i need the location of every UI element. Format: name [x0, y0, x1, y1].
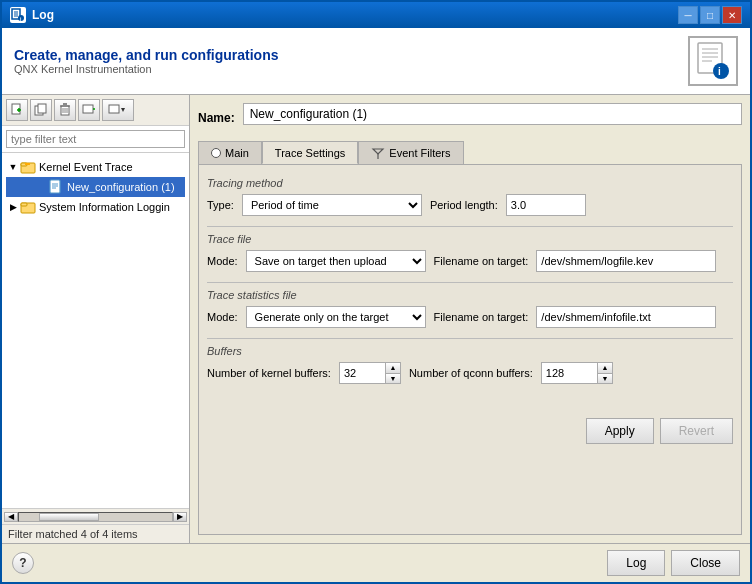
- tree-item-new-config[interactable]: New_configuration (1): [6, 177, 185, 197]
- buffers-title: Buffers: [207, 345, 733, 357]
- dropdown-button[interactable]: [102, 99, 134, 121]
- tracing-method-title: Tracing method: [207, 177, 733, 189]
- svg-rect-36: [21, 203, 27, 206]
- main-content: ▼ Kernel Event Trace: [2, 95, 750, 543]
- kernel-buffers-up[interactable]: ▲: [386, 363, 400, 374]
- new-config-button[interactable]: [6, 99, 28, 121]
- qconn-buffers-up[interactable]: ▲: [598, 363, 612, 374]
- maximize-button[interactable]: □: [700, 6, 720, 24]
- main-window: i Log ─ □ ✕ Create, manage, and run conf…: [0, 0, 752, 584]
- tabs: Main Trace Settings Event Filters: [198, 141, 742, 164]
- bottom-right: Log Close: [607, 550, 740, 576]
- kernel-buffers-arrows: ▲ ▼: [385, 363, 400, 383]
- stats-mode-select[interactable]: Generate only on the target: [246, 306, 426, 328]
- tree-item-system-label: System Information Loggin: [39, 201, 170, 213]
- svg-marker-27: [121, 108, 125, 112]
- window-title: Log: [32, 8, 54, 22]
- system-icon: [20, 199, 36, 215]
- action-buttons: Apply Revert: [207, 414, 733, 446]
- expand-icon-sys: ▶: [6, 200, 20, 214]
- svg-rect-26: [109, 105, 119, 113]
- divider-2: [207, 282, 733, 283]
- right-panel: Name: Main Trace Settings Event Filters: [190, 95, 750, 543]
- tree-item-label: Kernel Event Trace: [39, 161, 133, 173]
- scroll-right[interactable]: ▶: [173, 512, 187, 522]
- svg-rect-24: [83, 105, 93, 113]
- title-controls: ─ □ ✕: [678, 6, 742, 24]
- trace-filename-input[interactable]: [536, 250, 716, 272]
- title-bar: i Log ─ □ ✕: [2, 2, 750, 28]
- qconn-buffers-spinner: ▲ ▼: [541, 362, 613, 384]
- trace-file-section: Trace file Mode: Save on target then upl…: [207, 233, 733, 272]
- apply-button[interactable]: Apply: [586, 418, 654, 444]
- name-input[interactable]: [243, 103, 742, 125]
- tree-item-config-label: New_configuration (1): [67, 181, 175, 193]
- scroll-left[interactable]: ◀: [4, 512, 18, 522]
- main-tab-radio: [211, 148, 221, 158]
- svg-rect-17: [38, 104, 46, 113]
- log-button[interactable]: Log: [607, 550, 665, 576]
- filter-button[interactable]: [78, 99, 100, 121]
- scroll-thumb[interactable]: [39, 513, 99, 521]
- scroll-track[interactable]: [18, 512, 173, 522]
- svg-marker-37: [373, 149, 383, 154]
- tab-event-filters[interactable]: Event Filters: [358, 141, 463, 164]
- type-select[interactable]: Period of time: [242, 194, 422, 216]
- qconn-buffers-input[interactable]: [542, 363, 597, 383]
- trace-filename-label: Filename on target:: [434, 255, 529, 267]
- kernel-buffers-label: Number of kernel buffers:: [207, 367, 331, 379]
- type-label: Type:: [207, 199, 234, 211]
- trace-mode-label: Mode:: [207, 255, 238, 267]
- title-bar-left: i Log: [10, 7, 54, 23]
- kernel-buffers-spinner: ▲ ▼: [339, 362, 401, 384]
- close-button[interactable]: Close: [671, 550, 740, 576]
- tree-area: ▼ Kernel Event Trace: [2, 153, 189, 508]
- svg-rect-30: [25, 163, 30, 165]
- tree-item-system-info[interactable]: ▶ System Information Loggin: [6, 197, 185, 217]
- tab-event-filters-label: Event Filters: [389, 147, 450, 159]
- scroll-bar[interactable]: ◀ ▶: [2, 508, 189, 524]
- qconn-buffers-arrows: ▲ ▼: [597, 363, 612, 383]
- qconn-buffers-label: Number of qconn buffers:: [409, 367, 533, 379]
- trace-mode-select[interactable]: Save on target then upload: [246, 250, 426, 272]
- header-area: Create, manage, and run configurations Q…: [2, 28, 750, 95]
- window-icon: i: [10, 7, 26, 23]
- filter-input[interactable]: [6, 130, 185, 148]
- expand-icon: ▼: [6, 160, 20, 174]
- copy-config-button[interactable]: [30, 99, 52, 121]
- filter-status: Filter matched 4 of 4 items: [2, 524, 189, 543]
- filter-box: [2, 126, 189, 153]
- tree-item-kernel-event-trace[interactable]: ▼ Kernel Event Trace: [6, 157, 185, 177]
- svg-text:i: i: [718, 66, 721, 77]
- kernel-buffers-input[interactable]: [340, 363, 385, 383]
- stats-filename-input[interactable]: [536, 306, 716, 328]
- trace-stats-section: Trace statistics file Mode: Generate onl…: [207, 289, 733, 328]
- stats-mode-label: Mode:: [207, 311, 238, 323]
- window-close-button[interactable]: ✕: [722, 6, 742, 24]
- divider-3: [207, 338, 733, 339]
- trace-file-title: Trace file: [207, 233, 733, 245]
- buffers-row: Number of kernel buffers: ▲ ▼ Number of …: [207, 362, 733, 384]
- divider-1: [207, 226, 733, 227]
- trace-settings-label: Trace Settings: [275, 147, 346, 159]
- bottom-left: ?: [12, 552, 34, 574]
- minimize-button[interactable]: ─: [678, 6, 698, 24]
- period-input[interactable]: [506, 194, 586, 216]
- name-label: Name:: [198, 111, 235, 125]
- header-subtitle: QNX Kernel Instrumentation: [14, 63, 279, 75]
- delete-config-button[interactable]: [54, 99, 76, 121]
- help-button[interactable]: ?: [12, 552, 34, 574]
- kernel-buffers-down[interactable]: ▼: [386, 374, 400, 384]
- period-label: Period length:: [430, 199, 498, 211]
- tracing-method-section: Tracing method Type: Period of time Peri…: [207, 177, 733, 216]
- trace-stats-title: Trace statistics file: [207, 289, 733, 301]
- tab-main[interactable]: Main: [198, 141, 262, 164]
- folder-icon: [20, 159, 36, 175]
- qconn-buffers-down[interactable]: ▼: [598, 374, 612, 384]
- stats-filename-label: Filename on target:: [434, 311, 529, 323]
- tab-trace-settings[interactable]: Trace Settings: [262, 141, 359, 164]
- name-row: Name:: [198, 103, 742, 133]
- svg-point-11: [713, 63, 729, 79]
- revert-button[interactable]: Revert: [660, 418, 733, 444]
- bottom-bar: ? Log Close: [2, 543, 750, 582]
